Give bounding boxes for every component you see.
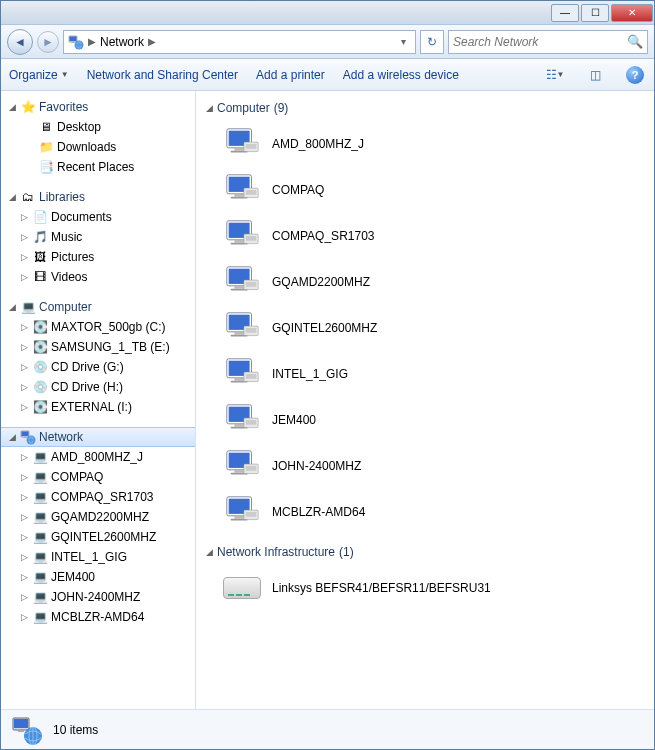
computer-item[interactable]: INTEL_1_GIG (206, 351, 644, 397)
expand-icon[interactable]: ▷ (19, 232, 29, 242)
expand-icon[interactable]: ▷ (19, 382, 29, 392)
router-item[interactable]: Linksys BEFSR41/BEFSR11/BEFSRU31 (206, 565, 644, 611)
close-button[interactable]: ✕ (611, 4, 653, 22)
tree-item-label: EXTERNAL (I:) (51, 400, 132, 414)
computer-header[interactable]: ◢ 💻 Computer (1, 297, 195, 317)
add-printer-button[interactable]: Add a printer (256, 68, 325, 82)
preview-pane-button[interactable]: ◫ (584, 64, 606, 86)
computer-item[interactable]: JOHN-2400MHZ (206, 443, 644, 489)
breadcrumb[interactable]: ▶ Network ▶ ▾ (63, 30, 416, 54)
help-button[interactable]: ? (624, 64, 646, 86)
tree-item[interactable]: ▷💻JEM400 (1, 567, 195, 587)
pc-icon: 💻 (32, 609, 48, 625)
tree-item[interactable]: ▷💻GQAMD2200MHZ (1, 507, 195, 527)
breadcrumb-location[interactable]: Network (100, 35, 144, 49)
computer-icon (222, 124, 262, 164)
add-wireless-button[interactable]: Add a wireless device (343, 68, 459, 82)
tree-item[interactable]: ▷🎞Videos (1, 267, 195, 287)
computer-icon (222, 170, 262, 210)
expand-icon[interactable]: ▷ (19, 212, 29, 222)
tree-item[interactable]: 📁Downloads (1, 137, 195, 157)
search-icon[interactable]: 🔍 (627, 34, 643, 49)
expand-icon[interactable]: ▷ (19, 572, 29, 582)
search-box[interactable]: 🔍 (448, 30, 648, 54)
collapse-icon: ◢ (206, 103, 213, 113)
computer-item[interactable]: AMD_800MHZ_J (206, 121, 644, 167)
organize-menu[interactable]: Organize ▼ (9, 68, 69, 82)
nav-bar: ◄ ► ▶ Network ▶ ▾ ↻ 🔍 (1, 25, 654, 59)
tree-item[interactable]: ▷💿CD Drive (H:) (1, 377, 195, 397)
expand-icon[interactable]: ▷ (19, 272, 29, 282)
expand-icon[interactable]: ▷ (19, 452, 29, 462)
computer-item[interactable]: JEM400 (206, 397, 644, 443)
tree-item[interactable]: ▷💿CD Drive (G:) (1, 357, 195, 377)
network-icon (20, 429, 36, 445)
expand-icon[interactable]: ▷ (19, 472, 29, 482)
expand-icon[interactable]: ▷ (19, 592, 29, 602)
pc-icon: 💻 (32, 569, 48, 585)
tree-item[interactable]: ▷💽MAXTOR_500gb (C:) (1, 317, 195, 337)
computer-item[interactable]: COMPAQ (206, 167, 644, 213)
computer-item[interactable]: COMPAQ_SR1703 (206, 213, 644, 259)
tree-item[interactable]: ▷💻GQINTEL2600MHZ (1, 527, 195, 547)
computer-item[interactable]: GQAMD2200MHZ (206, 259, 644, 305)
view-options-button[interactable]: ☷ ▼ (544, 64, 566, 86)
computer-item[interactable]: MCBLZR-AMD64 (206, 489, 644, 535)
back-button[interactable]: ◄ (7, 29, 33, 55)
tree-item-label: INTEL_1_GIG (51, 550, 127, 564)
tree-item[interactable]: ▷💻COMPAQ (1, 467, 195, 487)
tree-item-label: AMD_800MHZ_J (51, 450, 143, 464)
tree-item[interactable]: ▷💻JOHN-2400MHZ (1, 587, 195, 607)
expand-icon[interactable]: ▷ (19, 252, 29, 262)
expand-icon[interactable]: ▷ (19, 552, 29, 562)
expand-icon[interactable]: ▷ (19, 512, 29, 522)
tree-item[interactable]: ▷💻INTEL_1_GIG (1, 547, 195, 567)
tree-item[interactable]: 🖥Desktop (1, 117, 195, 137)
sharing-center-button[interactable]: Network and Sharing Center (87, 68, 238, 82)
favorites-header[interactable]: ◢ ⭐ Favorites (1, 97, 195, 117)
chevron-right-icon: ▶ (148, 36, 156, 47)
computer-icon: 💻 (20, 299, 36, 315)
expand-icon[interactable]: ▷ (19, 402, 29, 412)
collapse-icon: ◢ (206, 547, 213, 557)
doc-icon: 📄 (32, 209, 48, 225)
refresh-button[interactable]: ↻ (420, 30, 444, 54)
music-icon: 🎵 (32, 229, 48, 245)
breadcrumb-dropdown[interactable]: ▾ (395, 36, 411, 47)
tree-item-label: Pictures (51, 250, 94, 264)
collapse-icon[interactable]: ◢ (7, 432, 17, 442)
tree-item[interactable]: ▷💻COMPAQ_SR1703 (1, 487, 195, 507)
network-header[interactable]: ◢ Network (1, 427, 195, 447)
expand-icon[interactable]: ▷ (19, 362, 29, 372)
tree-item[interactable]: ▷💻MCBLZR-AMD64 (1, 607, 195, 627)
maximize-button[interactable]: ☐ (581, 4, 609, 22)
tree-item[interactable]: 📑Recent Places (1, 157, 195, 177)
search-input[interactable] (453, 35, 627, 49)
minimize-button[interactable]: — (551, 4, 579, 22)
collapse-icon[interactable]: ◢ (7, 192, 17, 202)
computer-icon (222, 400, 262, 440)
computer-group-header[interactable]: ◢ Computer (9) (206, 101, 644, 115)
tree-item[interactable]: ▷🖼Pictures (1, 247, 195, 267)
item-label: Linksys BEFSR41/BEFSR11/BEFSRU31 (272, 581, 491, 595)
tree-item-label: COMPAQ_SR1703 (51, 490, 154, 504)
tree-item[interactable]: ▷💽SAMSUNG_1_TB (E:) (1, 337, 195, 357)
expand-icon[interactable]: ▷ (19, 612, 29, 622)
tree-item-label: SAMSUNG_1_TB (E:) (51, 340, 170, 354)
collapse-icon[interactable]: ◢ (7, 102, 17, 112)
pc-icon: 💻 (32, 449, 48, 465)
collapse-icon[interactable]: ◢ (7, 302, 17, 312)
tree-item[interactable]: ▷🎵Music (1, 227, 195, 247)
forward-button[interactable]: ► (37, 31, 59, 53)
libraries-header[interactable]: ◢ 🗂 Libraries (1, 187, 195, 207)
infra-group-header[interactable]: ◢ Network Infrastructure (1) (206, 545, 644, 559)
expand-icon[interactable]: ▷ (19, 492, 29, 502)
expand-icon[interactable]: ▷ (19, 532, 29, 542)
expand-icon[interactable]: ▷ (19, 342, 29, 352)
expand-icon[interactable]: ▷ (19, 322, 29, 332)
tree-item[interactable]: ▷📄Documents (1, 207, 195, 227)
item-count: 10 items (53, 723, 98, 737)
tree-item[interactable]: ▷💽EXTERNAL (I:) (1, 397, 195, 417)
computer-item[interactable]: GQINTEL2600MHZ (206, 305, 644, 351)
tree-item[interactable]: ▷💻AMD_800MHZ_J (1, 447, 195, 467)
